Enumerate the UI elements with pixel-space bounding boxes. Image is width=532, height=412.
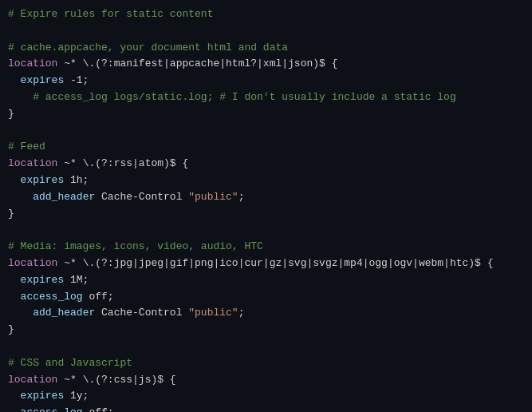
code-line: add_header Cache-Control "public"; — [8, 305, 524, 322]
code-token — [8, 274, 21, 286]
code-token: )$ { — [313, 57, 337, 69]
code-line: location ~* \.(?:css|js)$ { — [8, 372, 524, 389]
code-token — [8, 174, 21, 186]
code-token: add_header — [33, 191, 95, 203]
code-token: expires — [21, 274, 65, 286]
code-token: "public" — [188, 191, 238, 203]
code-token — [8, 191, 33, 203]
code-token: ; — [238, 307, 245, 319]
code-token: ; — [238, 191, 245, 203]
code-token: ?:css|js — [101, 374, 151, 386]
code-editor: # Expire rules for static content # cach… — [8, 6, 524, 412]
code-token: ~* \.( — [57, 374, 101, 386]
code-token: location — [8, 374, 57, 386]
code-line — [8, 339, 524, 355]
code-token: ~* \.( — [57, 257, 101, 269]
code-line: } — [8, 206, 524, 223]
code-line: access_log off; — [8, 405, 524, 412]
code-token: access_log — [21, 406, 83, 412]
code-token — [8, 74, 21, 86]
code-line: add_header Cache-Control "public"; — [8, 189, 524, 206]
code-line: # Media: images, icons, video, audio, HT… — [8, 239, 524, 256]
code-token: "public" — [188, 307, 238, 319]
code-line: access_log off; — [8, 289, 524, 306]
code-line: # access_log logs/static.log; # I don't … — [8, 89, 524, 106]
code-token: expires — [21, 74, 65, 86]
code-line: expires 1h; — [8, 172, 524, 189]
code-token: off; — [83, 406, 114, 412]
code-token: expires — [21, 390, 65, 402]
code-token: Cache-Control — [95, 191, 188, 203]
code-line: location ~* \.(?:jpg|jpeg|gif|png|ico|cu… — [8, 256, 524, 272]
code-line: # CSS and Javascript — [8, 355, 524, 372]
code-line: # Expire rules for static content — [8, 6, 524, 23]
code-line: location ~* \.(?:manifest|appcache|html?… — [8, 56, 524, 73]
code-token: location — [8, 257, 57, 269]
code-token: Cache-Control — [95, 307, 188, 319]
code-token: ?:jpg|jpeg|gif|png|ico|cur|gz|svg|svgz|m… — [101, 257, 468, 269]
code-token: add_header — [33, 307, 95, 319]
code-token: ~* \.( — [57, 57, 101, 69]
code-token: 1M; — [64, 274, 89, 286]
code-line: expires -1; — [8, 73, 524, 89]
code-token: off; — [83, 291, 114, 303]
code-token: -1; — [64, 74, 89, 86]
code-token — [8, 406, 21, 412]
code-token: )$ { — [164, 157, 188, 169]
code-token: ?:rss|atom — [101, 157, 164, 169]
code-line: # Feed — [8, 139, 524, 156]
code-token: 1h; — [64, 174, 89, 186]
code-line: # cache.appcache, your document html and… — [8, 40, 524, 57]
code-token: ?:manifest|appcache|html?|xml|json — [101, 57, 313, 69]
code-token: location — [8, 57, 57, 69]
code-line: } — [8, 106, 524, 123]
code-token: )$ { — [151, 374, 175, 386]
code-token — [8, 390, 21, 402]
code-line — [8, 23, 524, 40]
code-token: expires — [21, 174, 65, 186]
code-line: expires 1y; — [8, 388, 524, 405]
code-line — [8, 123, 524, 140]
code-line: } — [8, 322, 524, 339]
code-token — [8, 91, 33, 103]
code-token: 1y; — [64, 390, 89, 402]
code-token: location — [8, 157, 57, 169]
code-token — [8, 291, 21, 303]
code-token: access_log — [21, 291, 83, 303]
code-line — [8, 222, 524, 239]
code-token: )$ { — [468, 257, 493, 269]
code-token — [8, 307, 33, 319]
code-token: # access_log logs/static.log; # I don't … — [33, 91, 456, 103]
code-line: location ~* \.(?:rss|atom)$ { — [8, 156, 524, 172]
code-line: expires 1M; — [8, 272, 524, 289]
code-token: ~* \.( — [57, 157, 101, 169]
